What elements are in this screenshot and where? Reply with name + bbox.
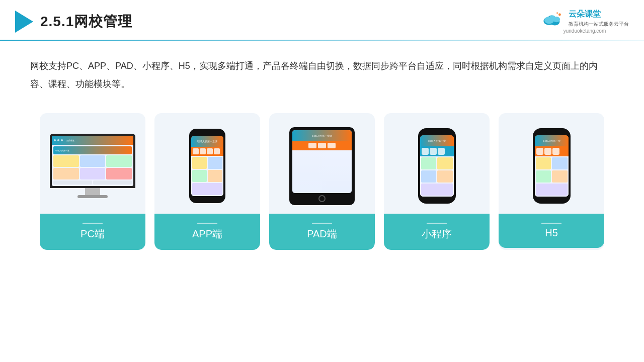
- cards-container: 云朵课堂 职场人的第一堂: [0, 108, 644, 255]
- card-mini: 职场人的第一堂: [384, 113, 490, 250]
- svg-point-5: [549, 15, 556, 20]
- card-mini-image: 职场人的第一堂: [384, 113, 490, 214]
- card-pad-label: PAD端: [269, 214, 375, 250]
- logo-url: yunduoketang.com: [564, 28, 606, 34]
- card-app-image: 职场人的第一堂课: [154, 113, 260, 214]
- title-area: 2.5.1网校管理: [15, 11, 132, 33]
- card-pad: 职场人的第一堂课: [269, 113, 375, 250]
- card-h5: 职场人的第一堂: [499, 113, 604, 250]
- card-h5-image: 职场人的第一堂: [499, 113, 604, 214]
- card-pc: 云朵课堂 职场人的第一堂: [40, 113, 145, 250]
- cloud-icon: [540, 11, 565, 27]
- phone-app: 职场人的第一堂课: [189, 129, 225, 203]
- tablet-pad: 职场人的第一堂课: [289, 127, 355, 205]
- card-pad-image: 职场人的第一堂课: [269, 113, 375, 214]
- card-app: 职场人的第一堂课: [154, 113, 260, 250]
- logo-area: 云朵课堂 教育机构一站式服务云平台 yunduoketang.com: [540, 9, 629, 34]
- header: 2.5.1网校管理 云朵课堂 教育机构一站式服务云平台 yunduoketang…: [0, 0, 644, 34]
- card-mini-label: 小程序: [384, 214, 490, 250]
- logo-name: 云朵课堂: [569, 9, 629, 20]
- phone-h5: 职场人的第一堂: [533, 128, 571, 204]
- svg-point-7: [556, 12, 558, 14]
- card-h5-label: H5: [499, 214, 604, 248]
- play-icon: [15, 11, 33, 33]
- page-title: 2.5.1网校管理: [40, 12, 132, 31]
- phone-mini: 职场人的第一堂: [418, 128, 456, 204]
- card-app-label: APP端: [154, 214, 260, 250]
- logo-subtitle: 教育机构一站式服务云平台: [569, 21, 629, 28]
- card-pc-image: 云朵课堂 职场人的第一堂: [40, 113, 145, 214]
- logo-box: 云朵课堂 教育机构一站式服务云平台: [540, 9, 629, 28]
- description-text: 网校支持PC、APP、PAD、小程序、H5，实现多端打通，产品各终端自由切换，数…: [0, 41, 644, 103]
- svg-point-6: [558, 13, 561, 16]
- card-pc-label: PC端: [40, 214, 145, 250]
- pc-monitor: 云朵课堂 职场人的第一堂: [50, 134, 135, 198]
